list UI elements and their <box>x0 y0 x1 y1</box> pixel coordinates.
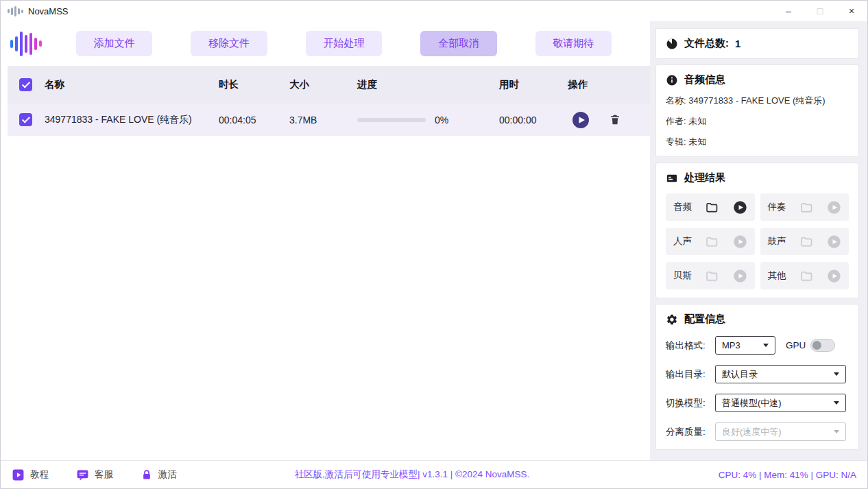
file-table: 名称 时长 大小 进度 用时 操作 349771833 - FAKE LOVE … <box>1 66 650 460</box>
size-cell: 3.7MB <box>289 115 357 126</box>
tutorial-icon <box>12 468 25 481</box>
header-progress: 进度 <box>357 78 499 91</box>
lock-icon <box>141 468 153 481</box>
results-icon <box>666 172 678 184</box>
waveform-logo-icon <box>10 30 42 58</box>
play-result-icon[interactable] <box>827 269 841 283</box>
play-result-icon[interactable] <box>733 269 747 283</box>
select-all-checkbox[interactable] <box>19 78 32 91</box>
model-select[interactable]: 普通模型(中速) <box>715 394 846 412</box>
header-actions: 操作 <box>568 78 650 91</box>
audio-name-line: 名称: 349771833 - FAKE LOVE (纯音乐) <box>666 95 849 107</box>
model-row: 切换模型: 普通模型(中速) <box>666 394 849 412</box>
play-result-icon[interactable] <box>733 235 747 249</box>
version-info: 社区版,激活后可使用专业模型| v1.3.1 | ©2024 NovaMSS. <box>193 468 631 481</box>
total-files-value: 1 <box>735 38 740 49</box>
header-time: 用时 <box>499 78 568 91</box>
output-format-select[interactable]: MP3 <box>715 336 775 355</box>
window-title: NovaMSS <box>28 6 69 16</box>
sidebar: 文件总数: 1 音频信息 名称: 349771833 - FAKE LOVE (… <box>650 21 867 460</box>
minimize-button[interactable]: – <box>773 1 804 21</box>
output-dir-select[interactable]: 默认目录 <box>715 365 846 383</box>
total-files-label: 文件总数: <box>684 37 729 50</box>
left-column: 添加文件 移除文件 开始处理 全部取消 敬请期待 名称 时长 大小 进度 用时 … <box>1 21 650 460</box>
close-button[interactable]: × <box>836 1 867 21</box>
duration-cell: 00:04:05 <box>219 115 289 126</box>
quality-select: 良好(速度中等) <box>715 422 846 441</box>
model-label: 切换模型: <box>666 397 715 409</box>
time-cell: 00:00:00 <box>499 115 568 126</box>
open-folder-icon[interactable] <box>705 200 719 215</box>
maximize-button[interactable]: □ <box>804 1 836 21</box>
output-dir-row: 输出目录: 默认目录 <box>666 365 849 383</box>
window-controls: – □ × <box>773 1 867 21</box>
result-chip-audio: 音频 <box>666 193 755 221</box>
play-result-icon[interactable] <box>733 200 747 215</box>
progress-percent: 0% <box>435 115 448 126</box>
chevron-down-icon <box>763 344 769 347</box>
status-bar: 教程 客服 激活 社区版,激活后可使用专业模型| v1.3.1 | ©2024 … <box>1 460 867 488</box>
remove-file-button[interactable]: 移除文件 <box>191 31 267 56</box>
title-bar: NovaMSS – □ × <box>1 1 867 21</box>
table-row: 349771833 - FAKE LOVE (纯音乐) 00:04:05 3.7… <box>8 104 650 136</box>
audio-info-card: 音频信息 名称: 349771833 - FAKE LOVE (纯音乐) 作者:… <box>655 64 859 157</box>
add-file-button[interactable]: 添加文件 <box>76 31 152 56</box>
gpu-label: GPU <box>786 340 806 350</box>
quality-row: 分离质量: 良好(速度中等) <box>666 422 849 441</box>
quality-label: 分离质量: <box>666 426 715 438</box>
config-card: 配置信息 输出格式: MP3 GPU 输出目录: 默认目录 <box>655 304 859 450</box>
customer-service-link[interactable]: 客服 <box>76 468 113 481</box>
header-name: 名称 <box>45 78 219 91</box>
chevron-down-icon <box>834 401 839 405</box>
output-format-label: 输出格式: <box>666 339 715 352</box>
total-files-card: 文件总数: 1 <box>655 28 859 59</box>
main-content: 添加文件 移除文件 开始处理 全部取消 敬请期待 名称 时长 大小 进度 用时 … <box>1 21 867 460</box>
activate-link[interactable]: 激活 <box>141 468 177 481</box>
open-folder-icon[interactable] <box>705 235 719 249</box>
open-folder-icon[interactable] <box>799 269 814 283</box>
pie-chart-icon <box>666 38 678 50</box>
result-chip-bass: 贝斯 <box>666 262 755 289</box>
audio-artist-line: 作者: 未知 <box>666 115 849 128</box>
open-folder-icon[interactable] <box>799 200 814 215</box>
header-duration: 时长 <box>219 78 289 91</box>
file-name-cell: 349771833 - FAKE LOVE (纯音乐) <box>45 114 219 126</box>
delete-button[interactable] <box>609 113 621 126</box>
open-folder-icon[interactable] <box>705 269 719 283</box>
result-chip-vocals: 人声 <box>666 228 755 255</box>
app-window: NovaMSS – □ × 添加文件 移除文件 开始处 <box>0 0 868 489</box>
output-format-row: 输出格式: MP3 GPU <box>666 336 849 355</box>
audio-album-line: 专辑: 未知 <box>666 136 849 148</box>
results-card: 处理结果 音频 伴奏 人声 <box>655 163 859 298</box>
results-grid: 音频 伴奏 人声 鼓声 <box>666 193 849 289</box>
play-result-icon[interactable] <box>827 235 841 249</box>
cancel-all-button[interactable]: 全部取消 <box>420 31 496 56</box>
progress-bar <box>357 118 426 122</box>
audio-info-title: 音频信息 <box>684 73 725 86</box>
play-button[interactable] <box>572 111 590 129</box>
config-title: 配置信息 <box>684 313 725 326</box>
system-stats: CPU: 4% | Mem: 41% | GPU: N/A <box>719 470 856 480</box>
toolbar: 添加文件 移除文件 开始处理 全部取消 敬请期待 <box>1 21 650 66</box>
tutorial-link[interactable]: 教程 <box>12 468 49 481</box>
result-chip-other: 其他 <box>760 262 849 289</box>
chat-icon <box>76 468 89 481</box>
start-processing-button[interactable]: 开始处理 <box>306 31 382 56</box>
row-checkbox[interactable] <box>19 113 32 126</box>
open-folder-icon[interactable] <box>799 235 814 249</box>
toggle-knob <box>812 341 821 350</box>
gear-icon <box>666 313 678 326</box>
actions-cell <box>568 111 650 129</box>
play-result-icon[interactable] <box>827 200 841 215</box>
chevron-down-icon <box>834 430 839 433</box>
table-header-row: 名称 时长 大小 进度 用时 操作 <box>8 66 650 104</box>
header-size: 大小 <box>289 78 357 91</box>
progress-cell: 0% <box>357 115 499 126</box>
app-icon <box>8 5 23 16</box>
output-dir-label: 输出目录: <box>666 368 715 381</box>
gpu-toggle[interactable] <box>810 339 835 352</box>
results-title: 处理结果 <box>684 171 725 184</box>
chevron-down-icon <box>834 372 839 376</box>
result-chip-accompaniment: 伴奏 <box>760 193 849 221</box>
coming-soon-button[interactable]: 敬请期待 <box>535 31 612 56</box>
